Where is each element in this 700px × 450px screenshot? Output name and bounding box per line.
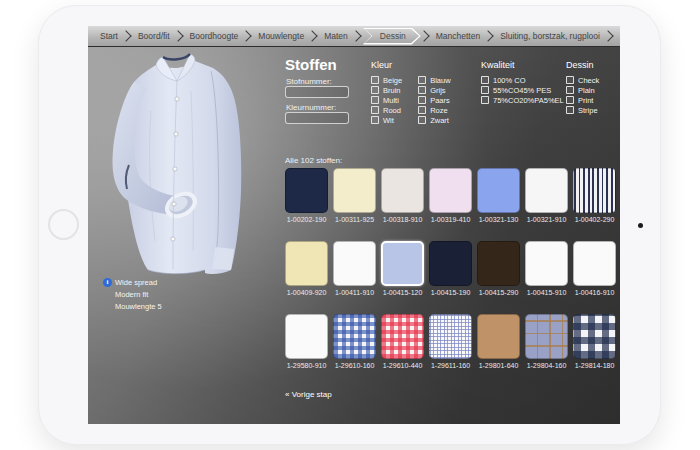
nav-tab-boord-fit[interactable]: Boord/fit [131, 31, 177, 41]
filter-option-label: Wit [383, 116, 394, 125]
filter-group-kleur: KleurBeigeBruinMultiRoodWitBlauwGrijsPaa… [371, 60, 451, 125]
checkbox[interactable] [566, 86, 574, 94]
filter-option-stripe[interactable]: Stripe [566, 105, 599, 115]
fabric-cell: 1-00409-920 [285, 241, 328, 296]
filter-option-label: 100% CO [493, 76, 526, 85]
filter-option-bruin[interactable]: Bruin [371, 85, 402, 95]
checkbox[interactable] [371, 86, 379, 94]
fabric-code: 1-00318-910 [381, 216, 424, 223]
filter-option-100-co[interactable]: 100% CO [481, 75, 564, 85]
filter-option-wit[interactable]: Wit [371, 115, 402, 125]
filter-option-75-co20-pa5-el[interactable]: 75%CO20%PA5%EL [481, 95, 564, 105]
filter-option-grijs[interactable]: Grijs [418, 85, 450, 95]
shirt-info-sleeve: Mouwlengte 5 [115, 301, 213, 313]
nav-tab-mouwlengte[interactable]: Mouwlengte [251, 31, 311, 41]
nav-tab-boordhoogte[interactable]: Boordhoogte [183, 31, 246, 41]
stofnummer-label: Stofnummer: [286, 77, 332, 86]
fabric-code: 1-00321-130 [477, 216, 520, 223]
fabric-swatch-1-29814-180[interactable] [573, 314, 616, 359]
filter-option-label: Paars [430, 96, 450, 105]
fabric-code: 1-00409-920 [285, 289, 328, 296]
fabric-swatch-1-00321-910[interactable] [525, 168, 568, 213]
fabric-grid: 1-00202-1901-00311-9251-00318-9101-00319… [285, 168, 616, 369]
filter-option-check[interactable]: Check [566, 75, 599, 85]
fabric-cell: 1-29814-180 [573, 314, 616, 369]
fabric-code: 1-29610-160 [333, 362, 376, 369]
checkbox[interactable] [566, 106, 574, 114]
checkbox[interactable] [418, 76, 426, 84]
checkbox[interactable] [418, 116, 426, 124]
checkbox[interactable] [371, 96, 379, 104]
filter-group-title: Kwaliteit [481, 60, 564, 70]
fabric-swatch-1-00311-925[interactable] [333, 168, 376, 213]
nav-tab-manchetten[interactable]: Manchetten [429, 31, 487, 41]
fabric-swatch-1-29610-160[interactable] [333, 314, 376, 359]
fabric-swatch-1-29580-910[interactable] [285, 314, 328, 359]
stofnummer-input[interactable] [285, 86, 349, 98]
fabric-code: 1-29801-640 [477, 362, 520, 369]
fabric-swatch-1-29610-440[interactable] [381, 314, 424, 359]
filter-option-beige[interactable]: Beige [371, 75, 402, 85]
shirt-preview [93, 51, 265, 283]
filter-option-zwart[interactable]: Zwart [418, 115, 450, 125]
fabric-swatch-1-00402-290[interactable] [573, 168, 616, 213]
shirt-info: i Wide spread Modern fit Mouwlengte 5 [103, 277, 213, 313]
filter-option-label: Plain [578, 86, 595, 95]
fabric-swatch-1-00319-410[interactable] [429, 168, 472, 213]
nav-tab-sluiting-borstzak-rugplooi[interactable]: Sluiting, borstzak, rugplooi [493, 31, 607, 41]
fabric-swatch-1-00411-910[interactable] [333, 241, 376, 286]
fabric-cell: 1-00415-290 [477, 241, 520, 296]
fabric-swatch-1-00202-190[interactable] [285, 168, 328, 213]
filter-group-title: Kleur [371, 60, 451, 70]
filter-option-plain[interactable]: Plain [566, 85, 599, 95]
filter-option-blauw[interactable]: Blauw [418, 75, 450, 85]
nav-tab-maten[interactable]: Maten [317, 31, 355, 41]
kleurnummer-input[interactable] [285, 112, 349, 124]
fabric-swatch-1-29611-160[interactable] [429, 314, 472, 359]
fabric-swatch-1-00416-910[interactable] [573, 241, 616, 286]
checkbox[interactable] [481, 86, 489, 94]
filter-option-paars[interactable]: Paars [418, 95, 450, 105]
checkbox[interactable] [418, 96, 426, 104]
fabric-code: 1-29580-910 [285, 362, 328, 369]
nav-bar: StartBoord/fitBoordhoogteMouwlengteMaten… [88, 26, 620, 47]
checkbox[interactable] [481, 96, 489, 104]
checkbox[interactable] [566, 96, 574, 104]
checkbox[interactable] [371, 116, 379, 124]
checkbox[interactable] [418, 106, 426, 114]
fabric-code: 1-00416-910 [573, 289, 616, 296]
nav-tab-dessin[interactable]: Dessin [363, 28, 421, 45]
fabric-swatch-1-29804-160[interactable] [525, 314, 568, 359]
nav-tab-label: Dessin [380, 31, 406, 41]
filter-option-print[interactable]: Print [566, 95, 599, 105]
fabric-swatch-1-00415-190[interactable] [429, 241, 472, 286]
fabric-swatch-1-00415-120[interactable] [381, 241, 424, 286]
filter-option-rood[interactable]: Rood [371, 105, 402, 115]
checkbox[interactable] [371, 106, 379, 114]
filter-option-roze[interactable]: Roze [418, 105, 450, 115]
fabric-code: 1-00202-190 [285, 216, 328, 223]
nav-tab-knopen-en-garens[interactable]: Knopen en garens [613, 31, 620, 41]
checkbox[interactable] [566, 76, 574, 84]
fabric-code: 1-00411-910 [333, 289, 376, 296]
fabric-cell: 1-29611-160 [429, 314, 472, 369]
filter-option-label: 55%CO45% PES [493, 86, 551, 95]
filter-group-title: Dessin [566, 60, 599, 70]
fabric-swatch-1-00318-910[interactable] [381, 168, 424, 213]
previous-step-link[interactable]: « Vorige stap [285, 390, 332, 399]
checkbox[interactable] [371, 76, 379, 84]
fabric-swatch-1-00415-910[interactable] [525, 241, 568, 286]
fabric-swatch-1-00321-130[interactable] [477, 168, 520, 213]
filter-option-label: Stripe [578, 106, 598, 115]
checkbox[interactable] [418, 86, 426, 94]
fabric-swatch-1-00415-290[interactable] [477, 241, 520, 286]
fabric-swatch-1-00409-920[interactable] [285, 241, 328, 286]
fabric-code: 1-00415-290 [477, 289, 520, 296]
home-button[interactable] [48, 209, 79, 240]
fabric-cell: 1-00411-910 [333, 241, 376, 296]
filter-option-multi[interactable]: Multi [371, 95, 402, 105]
filter-option-55-co45-pes[interactable]: 55%CO45% PES [481, 85, 564, 95]
fabric-swatch-1-29801-640[interactable] [477, 314, 520, 359]
fabric-cell: 1-29804-160 [525, 314, 568, 369]
checkbox[interactable] [481, 76, 489, 84]
